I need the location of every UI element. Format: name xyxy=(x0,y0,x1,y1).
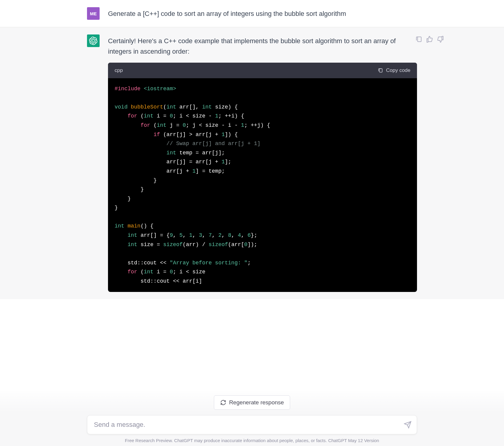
user-avatar: ME xyxy=(87,7,100,20)
code-language-label: cpp xyxy=(115,66,123,74)
code-header: cpp Copy code xyxy=(108,63,417,78)
copy-code-label: Copy code xyxy=(386,66,410,74)
clipboard-icon[interactable] xyxy=(415,36,422,43)
svg-rect-0 xyxy=(380,69,382,72)
refresh-icon xyxy=(220,400,226,406)
message-input[interactable] xyxy=(87,415,417,434)
copy-code-button[interactable]: Copy code xyxy=(378,66,410,74)
user-message-text: Generate a [C++] code to sort an array o… xyxy=(108,7,417,20)
user-message: ME Generate a [C++] code to sort an arra… xyxy=(0,0,504,27)
openai-logo-icon xyxy=(89,37,98,45)
clipboard-icon xyxy=(378,68,383,73)
assistant-message-inner: Certainly! Here's a C++ code example tha… xyxy=(87,34,417,292)
regenerate-button[interactable]: Regenerate response xyxy=(214,395,290,410)
thumbs-down-icon[interactable] xyxy=(437,36,444,43)
assistant-message: Certainly! Here's a C++ code example tha… xyxy=(0,27,504,299)
bottom-area: Regenerate response Free Research Previe… xyxy=(0,389,504,446)
thumbs-up-icon[interactable] xyxy=(426,36,433,43)
assistant-intro-text: Certainly! Here's a C++ code example tha… xyxy=(108,36,417,57)
user-message-inner: ME Generate a [C++] code to sort an arra… xyxy=(87,7,417,20)
code-body[interactable]: #include <iostream> void bubbleSort(int … xyxy=(108,78,417,292)
code-block: cpp Copy code #include <iostream> void b… xyxy=(108,63,417,292)
regenerate-label: Regenerate response xyxy=(229,399,284,406)
message-actions xyxy=(415,36,444,43)
input-container xyxy=(87,415,417,434)
assistant-message-content: Certainly! Here's a C++ code example tha… xyxy=(108,34,417,292)
footer-text: Free Research Preview. ChatGPT may produ… xyxy=(125,438,379,443)
conversation: ME Generate a [C++] code to sort an arra… xyxy=(0,0,504,299)
assistant-avatar xyxy=(87,34,100,47)
svg-rect-1 xyxy=(418,37,421,42)
send-icon[interactable] xyxy=(404,421,412,429)
